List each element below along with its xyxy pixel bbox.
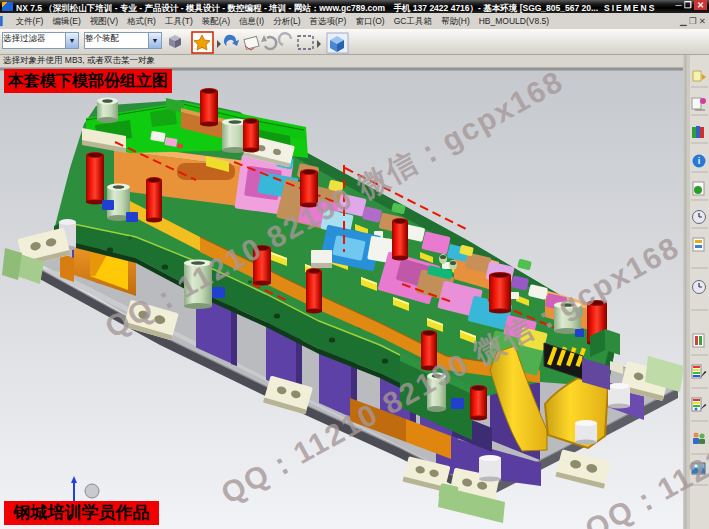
svg-text:i: i [698, 156, 701, 166]
